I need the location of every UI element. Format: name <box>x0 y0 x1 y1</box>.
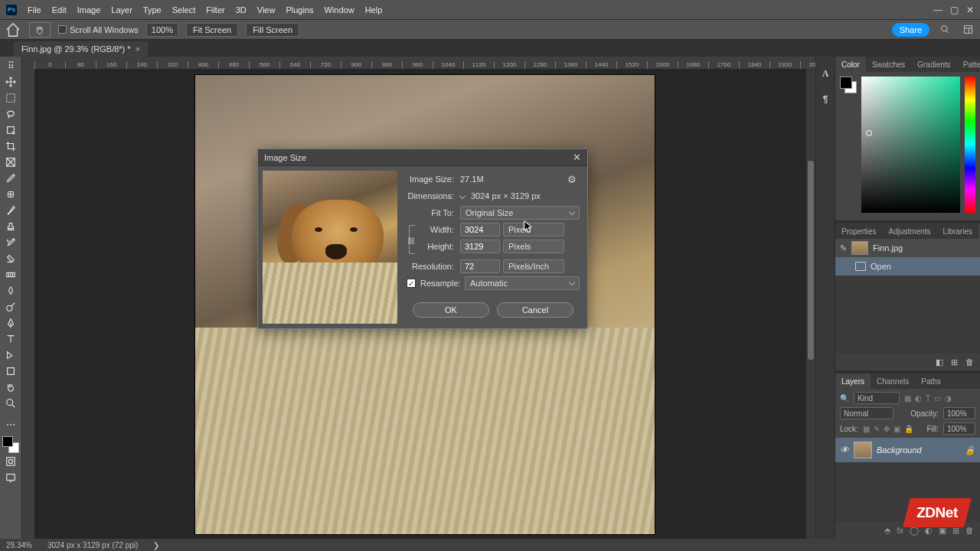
maximize-button[interactable]: ▢ <box>950 5 959 15</box>
tab-properties[interactable]: Properties <box>835 223 883 239</box>
resample-select[interactable]: Automatic <box>465 276 580 290</box>
menu-help[interactable]: Help <box>365 5 383 15</box>
status-caret-icon[interactable]: ❯ <box>153 541 159 549</box>
lasso-tool[interactable] <box>2 106 20 122</box>
tab-libraries[interactable]: Libraries <box>937 223 978 239</box>
pen-tool[interactable] <box>2 315 20 331</box>
tab-channels[interactable]: Channels <box>871 373 915 389</box>
color-swatch-pair[interactable] <box>2 436 19 453</box>
paragraph-panel-icon[interactable]: ¶ <box>819 93 831 106</box>
crop-tool[interactable] <box>2 139 20 154</box>
constrain-link-icon[interactable]: ⛓ <box>407 223 417 256</box>
type-panel-icon[interactable]: A <box>819 67 831 80</box>
edit-toolbar-icon[interactable]: ⋯ <box>2 417 20 432</box>
document-tab[interactable]: Finn.jpg @ 29.3% (RGB/8*) * × <box>14 41 148 57</box>
menu-image[interactable]: Image <box>77 5 101 15</box>
ruler-horizontal[interactable]: 0801602403204004805606407208008809601040… <box>34 57 815 69</box>
eyedropper-tool[interactable] <box>2 171 20 186</box>
menu-window[interactable]: Window <box>325 5 354 15</box>
tab-layers[interactable]: Layers <box>835 373 871 389</box>
height-unit-select[interactable]: Pixels <box>503 240 564 253</box>
marquee-tool[interactable] <box>2 90 20 106</box>
fill-input[interactable]: 100% <box>943 422 975 435</box>
hand-tool-icon[interactable] <box>29 22 51 37</box>
fit-to-select[interactable]: Original Size <box>460 206 580 220</box>
menu-type[interactable]: Type <box>143 5 162 15</box>
tab-paths[interactable]: Paths <box>915 373 947 389</box>
tab-adjustments[interactable]: Adjustments <box>883 223 937 239</box>
layer-row[interactable]: 👁 Background 🔒 <box>835 438 980 462</box>
tab-color[interactable]: Color <box>835 57 866 72</box>
new-doc-icon[interactable]: ⊞ <box>951 357 958 367</box>
home-icon[interactable] <box>5 22 21 37</box>
dialog-titlebar[interactable]: Image Size ✕ <box>258 149 587 166</box>
close-window-button[interactable]: ✕ <box>966 5 974 15</box>
tab-swatches[interactable]: Swatches <box>866 57 911 72</box>
menu-filter[interactable]: Filter <box>206 5 224 15</box>
lock-icons[interactable]: ▦✎✥▣🔒 <box>863 425 913 433</box>
scroll-all-checkbox[interactable]: Scroll All Windows <box>58 25 139 34</box>
fill-screen-button[interactable]: Fill Screen <box>246 23 299 37</box>
screen-mode-icon[interactable] <box>2 470 20 485</box>
history-step[interactable]: Open <box>835 257 980 276</box>
layer-filter-select[interactable]: Kind <box>854 392 900 404</box>
history-snapshot[interactable]: ✎ Finn.jpg <box>835 239 980 257</box>
lock-icon[interactable]: 🔒 <box>965 445 975 455</box>
minimize-button[interactable]: — <box>933 5 942 15</box>
shape-tool[interactable] <box>2 364 20 379</box>
dimensions-dropdown-icon[interactable] <box>459 193 466 199</box>
close-document-icon[interactable]: × <box>136 44 140 54</box>
link-layers-icon[interactable]: ⬘ <box>884 526 890 536</box>
delete-history-icon[interactable]: 🗑 <box>965 357 974 367</box>
resample-checkbox[interactable]: ✓ <box>407 279 416 288</box>
new-snapshot-icon[interactable]: ◧ <box>936 357 943 367</box>
stamp-tool[interactable] <box>2 219 20 234</box>
eye-icon[interactable]: 👁 <box>840 445 849 455</box>
resolution-unit-select[interactable]: Pixels/Inch <box>503 259 564 273</box>
width-input[interactable]: 3024 <box>460 223 500 236</box>
path-tool[interactable] <box>2 347 20 363</box>
width-unit-select[interactable]: Pixels <box>503 223 564 236</box>
cancel-button[interactable]: Cancel <box>497 302 573 318</box>
dialog-preview[interactable] <box>263 171 397 324</box>
quick-mask-icon[interactable] <box>2 454 20 469</box>
scrollbar-vertical[interactable] <box>806 69 815 539</box>
zoom-tool[interactable] <box>2 396 20 411</box>
ruler-vertical[interactable] <box>22 69 34 539</box>
zoom-percent-input[interactable]: 100% <box>146 23 178 37</box>
menu-view[interactable]: View <box>257 5 276 15</box>
search-icon[interactable] <box>937 22 952 37</box>
selection-tool[interactable] <box>2 122 20 138</box>
eraser-tool[interactable] <box>2 251 20 266</box>
menu-file[interactable]: File <box>28 5 41 15</box>
history-brush-tool[interactable] <box>2 235 20 250</box>
frame-tool[interactable] <box>2 155 20 170</box>
tab-gradients[interactable]: Gradients <box>911 57 956 72</box>
share-button[interactable]: Share <box>892 23 929 37</box>
menu-edit[interactable]: Edit <box>52 5 67 15</box>
type-tool[interactable] <box>2 331 20 347</box>
layer-filter-icons[interactable]: ▦◐T▭◑ <box>904 394 952 403</box>
tab-patterns[interactable]: Patterns <box>957 57 980 72</box>
ok-button[interactable]: OK <box>413 302 489 318</box>
fx-icon[interactable]: fx <box>897 526 903 535</box>
dodge-tool[interactable] <box>2 299 20 315</box>
fit-screen-button[interactable]: Fit Screen <box>186 23 238 37</box>
gear-icon[interactable]: ⚙ <box>567 174 580 185</box>
opacity-input[interactable]: 100% <box>943 407 975 419</box>
menu-3d[interactable]: 3D <box>236 5 247 15</box>
move-tool[interactable] <box>2 74 20 90</box>
close-dialog-icon[interactable]: ✕ <box>573 152 581 163</box>
menu-select[interactable]: Select <box>172 5 196 15</box>
blur-tool[interactable] <box>2 283 20 298</box>
color-field[interactable] <box>861 77 960 213</box>
blend-mode-select[interactable]: Normal <box>840 407 893 419</box>
color-swatches[interactable] <box>840 77 857 93</box>
hand-tool[interactable] <box>2 380 20 395</box>
menu-layer[interactable]: Layer <box>111 5 132 15</box>
healing-tool[interactable] <box>2 187 20 202</box>
status-zoom[interactable]: 29.34% <box>6 541 32 549</box>
workspace-icon[interactable] <box>960 22 975 37</box>
gradient-tool[interactable] <box>2 267 20 282</box>
menu-plugins[interactable]: Plugins <box>286 5 313 15</box>
